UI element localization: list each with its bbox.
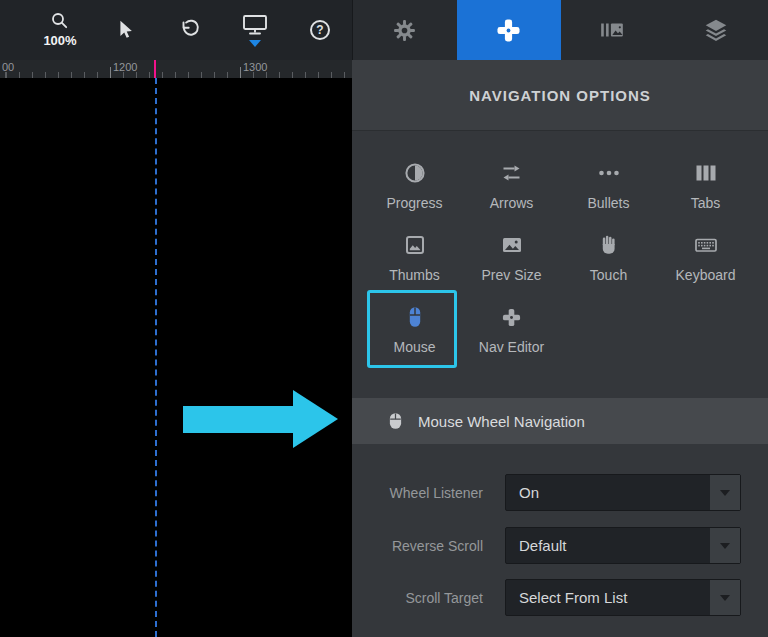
reverse-scroll-select[interactable]: Default [505, 527, 741, 564]
thumbs-icon [403, 233, 427, 257]
nav-type-touch[interactable]: Touch [560, 228, 657, 290]
guide-line [155, 78, 157, 637]
zoom-level: 100% [43, 33, 76, 48]
nav-type-bullets[interactable]: Bullets [560, 156, 657, 218]
bullets-icon [596, 161, 622, 185]
gear-icon [392, 18, 417, 43]
dropdown-arrow-button[interactable] [710, 528, 740, 563]
nav-type-row: Progress Arrows [366, 156, 754, 218]
tab-slides[interactable] [561, 0, 665, 60]
field-label: Wheel Listener [352, 485, 483, 501]
top-toolbar: 100% [0, 0, 768, 60]
dropdown-arrow-button[interactable] [710, 475, 740, 510]
field-label: Scroll Target [352, 590, 483, 606]
cursor-icon [114, 19, 136, 41]
mouse-icon [388, 412, 403, 430]
nav-type-prev-size[interactable]: Prev Size [463, 228, 560, 290]
chevron-down-icon [720, 543, 730, 549]
pointer-tool-button[interactable] [104, 0, 146, 60]
nav-type-label: Mouse [393, 339, 435, 355]
nav-type-thumbs[interactable]: Thumbs [366, 228, 463, 290]
layers-icon [703, 17, 729, 43]
wheel-listener-select[interactable]: On [505, 474, 741, 511]
canvas-toolbar: 100% [0, 0, 352, 60]
horizontal-ruler: 00 1200 1300 [0, 60, 352, 78]
nav-type-tabs[interactable]: Tabs [657, 156, 754, 218]
field-label: Reverse Scroll [352, 538, 483, 554]
nav-type-label: Prev Size [482, 267, 542, 283]
nav-editor-icon [501, 307, 522, 328]
nav-type-row: Mouse Nav Editor [366, 300, 754, 362]
dropdown-arrow-button[interactable] [710, 580, 740, 615]
field-wheel-listener: Wheel Listener On [352, 474, 768, 511]
nav-type-label: Bullets [587, 195, 629, 211]
tab-settings[interactable] [353, 0, 457, 60]
help-icon: ? [310, 20, 330, 40]
magnifier-icon [51, 12, 69, 30]
nav-type-label: Arrows [490, 195, 534, 211]
arrows-icon [499, 161, 524, 185]
help-button[interactable]: ? [299, 0, 341, 60]
nav-type-progress[interactable]: Progress [366, 156, 463, 218]
nav-type-label: Keyboard [676, 267, 736, 283]
mouse-icon [403, 305, 427, 329]
panel-tabs [352, 0, 768, 60]
dropdown-value: Default [506, 537, 567, 554]
tab-navigation[interactable] [457, 0, 561, 60]
nav-type-label: Nav Editor [479, 339, 544, 355]
keyboard-icon [693, 233, 719, 257]
field-scroll-target: Scroll Target Select From List [352, 579, 768, 616]
nav-type-keyboard[interactable]: Keyboard [657, 228, 754, 290]
touch-icon [597, 233, 621, 257]
tab-layers[interactable] [664, 0, 768, 60]
ruler-label: 1300 [243, 61, 267, 73]
nav-type-row: Thumbs Prev Size [366, 228, 754, 290]
device-preview-button[interactable] [234, 0, 276, 60]
dropdown-value: On [506, 484, 539, 501]
dropdown-value: Select From List [506, 589, 627, 606]
ruler-label: 00 [2, 61, 14, 73]
prev-size-icon [500, 233, 524, 257]
progress-icon [403, 161, 427, 185]
annotation-arrow-head-icon [293, 390, 338, 448]
undo-icon [178, 18, 202, 42]
slide-canvas [0, 78, 352, 637]
nav-type-label: Thumbs [389, 267, 440, 283]
nav-type-label: Tabs [691, 195, 721, 211]
chevron-down-icon [720, 595, 730, 601]
ruler-marker [154, 60, 156, 78]
nav-type-label: Touch [590, 267, 627, 283]
panel-header: NAVIGATION OPTIONS [352, 60, 768, 131]
scroll-target-select[interactable]: Select From List [505, 579, 741, 616]
dpad-icon [495, 17, 522, 44]
device-dropdown-caret-icon[interactable] [249, 40, 261, 47]
annotation-arrow [183, 406, 293, 433]
field-reverse-scroll: Reverse Scroll Default [352, 527, 768, 564]
nav-type-mouse[interactable]: Mouse [366, 300, 463, 362]
monitor-icon [242, 14, 268, 36]
nav-type-label: Progress [386, 195, 442, 211]
slides-icon [599, 17, 625, 43]
section-header-mouse-wheel: Mouse Wheel Navigation [352, 398, 768, 444]
nav-type-arrows[interactable]: Arrows [463, 156, 560, 218]
navigation-options-panel: NAVIGATION OPTIONS Progress [352, 60, 768, 637]
nav-type-nav-editor[interactable]: Nav Editor [463, 300, 560, 362]
ruler-label: 1200 [113, 61, 137, 73]
chevron-down-icon [720, 490, 730, 496]
zoom-control[interactable]: 100% [34, 0, 86, 60]
section-title: Mouse Wheel Navigation [418, 413, 585, 430]
editor-window: 100% [0, 0, 768, 637]
undo-button[interactable] [169, 0, 211, 60]
tabs-icon [694, 161, 718, 185]
panel-title: NAVIGATION OPTIONS [469, 87, 651, 104]
